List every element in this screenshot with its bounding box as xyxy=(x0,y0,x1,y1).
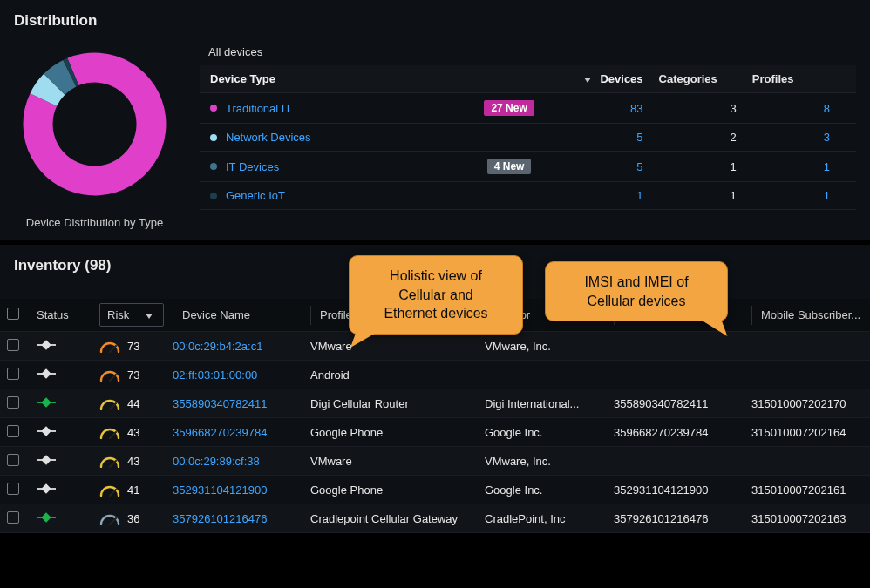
risk-cell: 36 xyxy=(99,512,173,525)
imei-cell: 352931104121900 xyxy=(614,483,751,497)
col-devices[interactable]: Devices xyxy=(565,72,658,85)
inventory-row[interactable]: 73 02:ff:03:01:00:00 Android xyxy=(0,361,870,389)
inventory-row[interactable]: 41 352931104121900 Google Phone Google I… xyxy=(0,476,870,504)
devices-count[interactable]: 83 xyxy=(565,102,658,115)
sort-desc-icon xyxy=(581,72,595,85)
distribution-header-row: Device Type Devices Categories Profiles xyxy=(200,65,856,93)
device-type-link[interactable]: Generic IoT xyxy=(226,189,285,202)
gauge-icon xyxy=(99,455,120,467)
device-type-link[interactable]: IT Devices xyxy=(226,160,279,173)
new-badge: 27 New xyxy=(484,100,534,116)
svg-line-4 xyxy=(110,461,116,467)
distribution-row[interactable]: Network Devices 5 2 3 xyxy=(200,124,856,152)
row-checkbox[interactable] xyxy=(7,425,19,437)
categories-count: 3 xyxy=(659,102,752,115)
inventory-row[interactable]: 43 359668270239784 Google Phone Google I… xyxy=(0,418,870,447)
device-type-link[interactable]: Network Devices xyxy=(226,131,311,144)
new-badge: 4 New xyxy=(487,159,532,174)
risk-cell: 43 xyxy=(99,455,173,468)
gauge-icon xyxy=(99,426,120,438)
row-checkbox[interactable] xyxy=(7,511,19,524)
device-name-link[interactable]: 00:0c:29:b4:2a:c1 xyxy=(173,340,310,353)
profile-cell: VMware xyxy=(310,455,485,468)
col-risk[interactable]: Risk xyxy=(99,303,173,327)
profiles-count[interactable]: 3 xyxy=(752,131,846,144)
distribution-panel: Distribution Device Distribution by Type… xyxy=(0,0,870,240)
devices-count[interactable]: 5 xyxy=(565,160,658,173)
status-icon xyxy=(37,340,56,350)
risk-cell: 73 xyxy=(99,368,173,382)
col-status[interactable]: Status xyxy=(37,308,99,321)
col-device-type[interactable]: Device Type xyxy=(210,72,453,85)
risk-value: 41 xyxy=(127,483,146,497)
svg-line-0 xyxy=(110,346,116,352)
distribution-row[interactable]: Traditional IT 27 New 83 3 8 xyxy=(200,93,856,124)
distribution-title: Distribution xyxy=(0,0,870,35)
categories-count: 2 xyxy=(659,131,752,144)
risk-cell: 73 xyxy=(99,340,173,353)
imei-cell: 357926101216476 xyxy=(614,512,751,525)
all-devices-label: All devices xyxy=(200,44,856,65)
profiles-count[interactable]: 1 xyxy=(752,160,846,173)
svg-line-5 xyxy=(110,490,116,496)
inventory-row[interactable]: 36 357926101216476 Cradlepoint Cellular … xyxy=(0,504,870,533)
device-name-link[interactable]: 355890340782411 xyxy=(173,397,310,410)
col-mobile-subscriber[interactable]: Mobile Subscriber... xyxy=(751,306,870,325)
categories-count: 1 xyxy=(659,160,752,173)
col-profiles[interactable]: Profiles xyxy=(752,72,846,85)
device-type-link[interactable]: Traditional IT xyxy=(226,102,291,115)
callout-imsi-imei: IMSI and IMEI ofCellular devices xyxy=(545,261,728,321)
gauge-icon xyxy=(99,340,120,352)
col-categories[interactable]: Categories xyxy=(659,72,752,85)
status-icon xyxy=(37,368,56,379)
vendor-cell: Google Inc. xyxy=(485,483,614,497)
imsi-cell: 315010007202163 xyxy=(751,512,870,525)
row-checkbox[interactable] xyxy=(7,454,19,466)
profile-cell: Google Phone xyxy=(310,483,485,497)
gauge-icon xyxy=(99,483,120,496)
risk-value: 73 xyxy=(127,340,146,353)
vendor-cell: Digi International... xyxy=(485,397,614,410)
svg-line-2 xyxy=(110,403,116,409)
legend-dot-icon xyxy=(210,105,217,112)
device-name-link[interactable]: 359668270239784 xyxy=(173,426,310,439)
select-all-checkbox[interactable] xyxy=(7,308,19,320)
device-name-link[interactable]: 00:0c:29:89:cf:38 xyxy=(173,455,310,468)
device-name-link[interactable]: 352931104121900 xyxy=(173,483,310,497)
inventory-row[interactable]: 44 355890340782411 Digi Cellular Router … xyxy=(0,389,870,418)
row-checkbox[interactable] xyxy=(7,368,19,380)
distribution-table: All devices Device Type Devices Categori… xyxy=(200,38,856,233)
devices-count[interactable]: 1 xyxy=(565,189,658,202)
inventory-row[interactable]: 73 00:0c:29:b4:2a:c1 VMware VMware, Inc. xyxy=(0,332,870,361)
risk-value: 43 xyxy=(127,455,146,468)
donut-chart[interactable] xyxy=(14,44,175,205)
profiles-count[interactable]: 8 xyxy=(752,102,846,115)
gauge-icon xyxy=(99,512,120,524)
profiles-count[interactable]: 1 xyxy=(752,189,846,202)
vendor-cell: VMware, Inc. xyxy=(485,340,614,353)
distribution-row[interactable]: IT Devices 4 New 5 1 1 xyxy=(200,152,856,182)
devices-count[interactable]: 5 xyxy=(565,131,658,144)
legend-dot-icon xyxy=(210,134,217,141)
risk-value: 44 xyxy=(127,397,146,410)
risk-value: 36 xyxy=(127,512,146,525)
sort-desc-icon xyxy=(142,308,156,321)
row-checkbox[interactable] xyxy=(7,339,19,351)
risk-cell: 43 xyxy=(99,426,173,439)
device-name-link[interactable]: 02:ff:03:01:00:00 xyxy=(173,368,310,382)
status-icon xyxy=(37,512,56,523)
imsi-cell: 315010007202170 xyxy=(751,397,870,410)
row-checkbox[interactable] xyxy=(7,396,19,409)
donut-caption: Device Distribution by Type xyxy=(14,207,175,233)
distribution-row[interactable]: Generic IoT 1 1 1 xyxy=(200,182,856,210)
profile-cell: VMware xyxy=(310,340,485,353)
col-device-name[interactable]: Device Name xyxy=(173,306,310,325)
profile-cell: Cradlepoint Cellular Gateway xyxy=(310,512,485,525)
row-checkbox[interactable] xyxy=(7,483,19,495)
device-name-link[interactable]: 357926101216476 xyxy=(173,512,310,525)
inventory-row[interactable]: 43 00:0c:29:89:cf:38 VMware VMware, Inc. xyxy=(0,447,870,476)
donut-chart-container: Device Distribution by Type xyxy=(14,38,175,233)
profile-cell: Android xyxy=(310,368,485,382)
risk-value: 43 xyxy=(127,426,146,439)
gauge-icon xyxy=(99,368,120,381)
